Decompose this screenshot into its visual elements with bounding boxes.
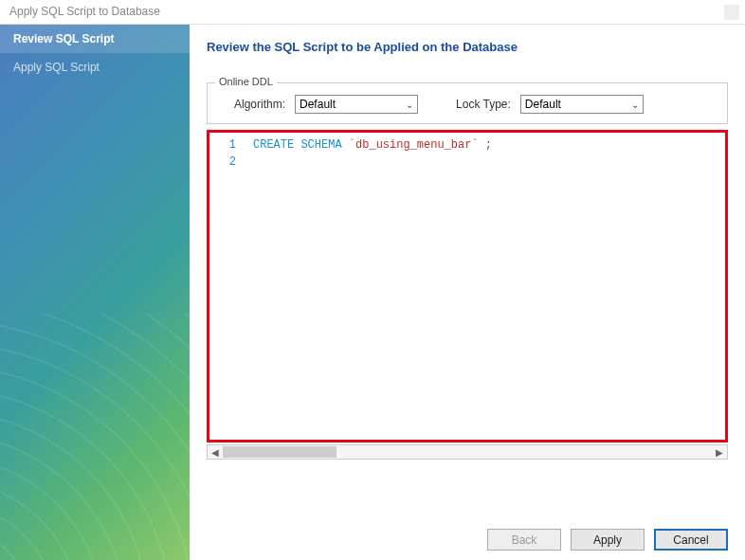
sidebar-step-label: Apply SQL Script xyxy=(13,61,100,74)
sql-editor[interactable]: 1 2 CREATE SCHEMA `db_using_menu_bar` ; xyxy=(207,130,728,443)
locktype-label: Lock Type: xyxy=(456,98,511,111)
cancel-button[interactable]: Cancel xyxy=(654,529,728,551)
chevron-down-icon: ⌄ xyxy=(406,99,413,110)
sql-keyword: CREATE SCHEMA xyxy=(253,138,342,152)
editor-gutter: 1 2 xyxy=(209,133,244,440)
algorithm-value: Default xyxy=(300,98,336,111)
sql-identifier: `db_using_menu_bar` xyxy=(349,138,479,152)
close-icon[interactable] xyxy=(724,5,739,20)
main-panel: Review the SQL Script to be Applied on t… xyxy=(190,25,745,560)
algorithm-label: Algorithm: xyxy=(234,98,285,111)
editor-code[interactable]: CREATE SCHEMA `db_using_menu_bar` ; xyxy=(244,133,725,440)
sql-terminator: ; xyxy=(479,138,492,152)
sidebar-step-review[interactable]: Review SQL Script xyxy=(0,25,190,53)
line-number: 1 xyxy=(209,136,236,154)
titlebar: Apply SQL Script to Database xyxy=(0,0,745,25)
window-title: Apply SQL Script to Database xyxy=(9,5,160,18)
scroll-left-icon[interactable]: ◀ xyxy=(208,447,223,458)
page-heading: Review the SQL Script to be Applied on t… xyxy=(207,40,728,54)
ddl-row: Algorithm: Default ⌄ Lock Type: Default … xyxy=(217,95,718,114)
scrollbar-track[interactable] xyxy=(223,445,712,459)
online-ddl-fieldset: Online DDL Algorithm: Default ⌄ Lock Typ… xyxy=(207,82,728,124)
horizontal-scrollbar[interactable]: ◀ ▶ xyxy=(207,444,728,460)
scrollbar-thumb[interactable] xyxy=(223,446,336,458)
back-button: Back xyxy=(487,529,561,551)
apply-button[interactable]: Apply xyxy=(571,529,645,551)
content: Review SQL Script Apply SQL Script Revie… xyxy=(0,25,745,560)
fieldset-legend: Online DDL xyxy=(215,76,277,87)
locktype-select[interactable]: Default ⌄ xyxy=(520,95,644,114)
chevron-down-icon: ⌄ xyxy=(631,99,639,110)
line-number: 2 xyxy=(209,154,236,171)
sidebar: Review SQL Script Apply SQL Script xyxy=(0,25,190,560)
algorithm-select[interactable]: Default ⌄ xyxy=(295,95,418,114)
locktype-value: Default xyxy=(525,98,561,111)
code-line: CREATE SCHEMA `db_using_menu_bar` ; xyxy=(253,136,725,154)
scroll-right-icon[interactable]: ▶ xyxy=(712,447,727,458)
sidebar-step-apply[interactable]: Apply SQL Script xyxy=(0,53,190,81)
sidebar-step-label: Review SQL Script xyxy=(13,32,114,45)
button-row: Back Apply Cancel xyxy=(207,491,728,551)
